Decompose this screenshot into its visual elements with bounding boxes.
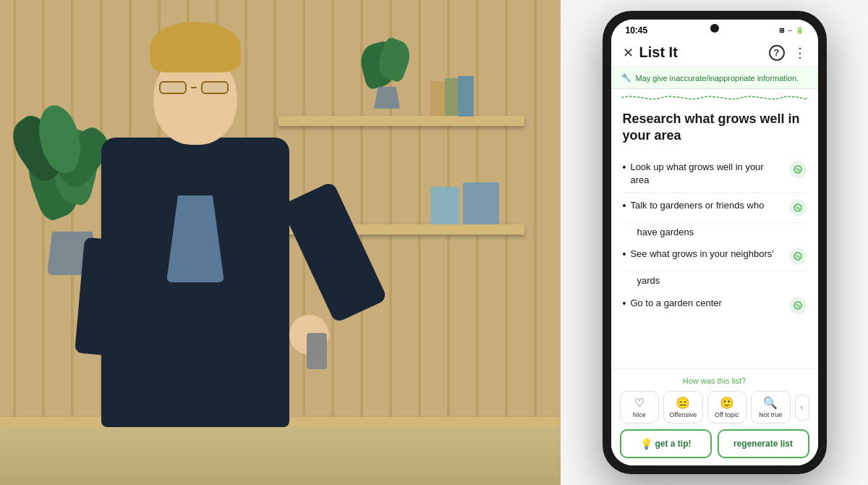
list-item-2: • Talk to gardeners or friends who % — [623, 193, 807, 223]
feedback-offensive[interactable]: 😑 Offensive — [663, 391, 703, 423]
list-title: Research what grows well in your area — [623, 111, 807, 145]
nice-label: Nice — [633, 411, 646, 418]
list-item-3: • See what grows in your neighbors' % — [623, 242, 807, 271]
offensive-label: Offensive — [669, 411, 697, 418]
feedback-collapse-btn[interactable]: ‹ — [795, 395, 809, 421]
app-title: List It — [639, 44, 769, 61]
nottrue-icon: 🔍 — [763, 396, 778, 410]
get-tip-button[interactable]: 💡 get a tip! — [620, 429, 712, 458]
item-continuation-3: yards — [623, 271, 807, 290]
warning-text: May give inaccurate/inappropriate inform… — [636, 74, 799, 83]
feedback-section: How was this list? ♡ Nice 😑 Offensive 🙂 … — [611, 368, 818, 465]
item-continuation-2: have gardens — [623, 223, 807, 242]
wavy-divider — [611, 89, 818, 104]
svg-text:%: % — [795, 167, 800, 172]
item-text-3: See what grows in your neighbors' — [630, 248, 784, 261]
right-panel: 10:45 ⊞ ↔ 🔋 ✕ List It ? ⋮ 🔧 May give — [561, 0, 868, 485]
battery-icon: 🔋 — [796, 27, 804, 34]
feedback-offtopic[interactable]: 🙂 Off topic — [707, 391, 747, 423]
app-header: ✕ List It ? ⋮ — [611, 38, 818, 67]
svg-text:%: % — [795, 254, 800, 259]
item-action-btn-2[interactable]: % — [789, 199, 807, 216]
presenter-person — [58, 36, 333, 427]
book-5 — [430, 187, 459, 224]
book-1 — [458, 76, 474, 117]
desk-edge — [0, 427, 561, 485]
phone-frame: 10:45 ⊞ ↔ 🔋 ✕ List It ? ⋮ 🔧 May give — [603, 11, 827, 474]
close-button[interactable]: ✕ — [623, 45, 634, 61]
book-3 — [430, 81, 445, 116]
offtopic-icon: 🙂 — [720, 396, 734, 410]
list-item-4: • Go to a garden center % — [623, 291, 807, 320]
svg-text:%: % — [795, 206, 800, 211]
bullet-3: • — [623, 248, 626, 260]
camera-notch — [710, 24, 719, 33]
lightbulb-icon: 💡 — [640, 438, 652, 450]
status-time: 10:45 — [626, 25, 648, 35]
signal-icon: ↔ — [787, 27, 793, 34]
regenerate-label: regenerate list — [733, 439, 793, 449]
item-text-2: Talk to gardeners or friends who — [630, 199, 784, 212]
nice-icon: ♡ — [634, 396, 644, 410]
feedback-buttons: ♡ Nice 😑 Offensive 🙂 Off topic 🔍 Not tru… — [620, 391, 809, 423]
book-2 — [445, 78, 458, 116]
network-icon: ⊞ — [779, 27, 785, 34]
list-item: • Look up what grows well in your area % — [623, 155, 807, 193]
plant-small — [358, 22, 416, 109]
action-buttons: 💡 get a tip! regenerate list — [620, 429, 809, 458]
book-4 — [463, 182, 499, 224]
feedback-nice[interactable]: ♡ Nice — [620, 391, 660, 423]
chevron-left-icon: ‹ — [801, 403, 803, 411]
header-icons: ? ⋮ — [769, 45, 807, 61]
item-action-btn-3[interactable]: % — [789, 248, 807, 265]
nottrue-label: Not true — [759, 411, 782, 418]
bullet-4: • — [623, 298, 626, 309]
warning-icon: 🔧 — [621, 73, 631, 83]
more-options-icon[interactable]: ⋮ — [793, 45, 807, 61]
offensive-icon: 😑 — [676, 396, 690, 410]
status-icons: ⊞ ↔ 🔋 — [779, 27, 804, 34]
item-action-btn-4[interactable]: % — [789, 297, 807, 314]
item-action-btn-1[interactable]: % — [789, 161, 807, 178]
item-text-1: Look up what grows well in your area — [630, 161, 784, 187]
svg-text:%: % — [795, 303, 800, 308]
bullet-2: • — [623, 200, 626, 211]
list-item-content-1: • Look up what grows well in your area — [623, 161, 785, 187]
list-item-content-3: • See what grows in your neighbors' — [623, 248, 785, 261]
list-item-content-2: • Talk to gardeners or friends who — [623, 199, 785, 212]
phone-screen: 10:45 ⊞ ↔ 🔋 ✕ List It ? ⋮ 🔧 May give — [611, 20, 818, 465]
presenter-panel — [0, 0, 561, 485]
content-area: Research what grows well in your area • … — [611, 104, 818, 368]
get-tip-label: get a tip! — [655, 439, 692, 449]
regenerate-button[interactable]: regenerate list — [718, 429, 809, 458]
help-icon[interactable]: ? — [769, 45, 785, 61]
feedback-nottrue[interactable]: 🔍 Not true — [751, 391, 791, 423]
bullet-1: • — [623, 161, 626, 173]
warning-banner: 🔧 May give inaccurate/inappropriate info… — [611, 67, 818, 89]
item-text-4: Go to a garden center — [630, 297, 784, 310]
offtopic-label: Off topic — [715, 411, 739, 418]
feedback-label: How was this list? — [620, 376, 809, 385]
list-item-content-4: • Go to a garden center — [623, 297, 785, 310]
